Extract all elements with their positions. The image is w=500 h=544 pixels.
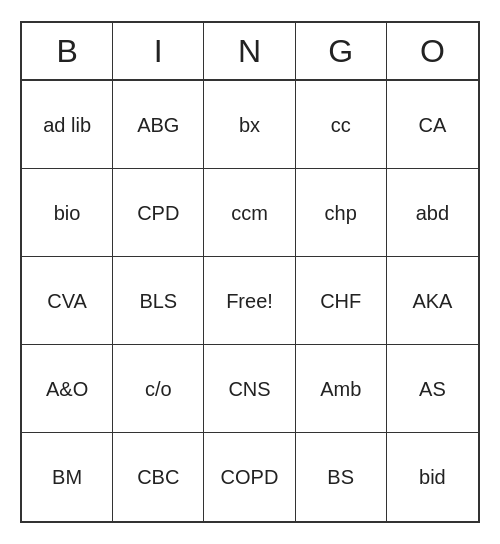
bingo-cell-11: BLS	[113, 257, 204, 345]
bingo-cell-2: bx	[204, 81, 295, 169]
bingo-grid: ad libABGbxccCAbioCPDccmchpabdCVABLSFree…	[22, 81, 478, 521]
bingo-card: BINGO ad libABGbxccCAbioCPDccmchpabdCVAB…	[20, 21, 480, 523]
bingo-cell-19: AS	[387, 345, 478, 433]
bingo-cell-17: CNS	[204, 345, 295, 433]
bingo-cell-12: Free!	[204, 257, 295, 345]
bingo-cell-9: abd	[387, 169, 478, 257]
bingo-cell-24: bid	[387, 433, 478, 521]
header-letter-i: I	[113, 23, 204, 79]
bingo-cell-0: ad lib	[22, 81, 113, 169]
bingo-cell-21: CBC	[113, 433, 204, 521]
bingo-cell-13: CHF	[296, 257, 387, 345]
header-letter-b: B	[22, 23, 113, 79]
bingo-cell-18: Amb	[296, 345, 387, 433]
bingo-cell-3: cc	[296, 81, 387, 169]
bingo-cell-7: ccm	[204, 169, 295, 257]
bingo-cell-4: CA	[387, 81, 478, 169]
header-letter-o: O	[387, 23, 478, 79]
bingo-cell-23: BS	[296, 433, 387, 521]
bingo-cell-16: c/o	[113, 345, 204, 433]
bingo-cell-22: COPD	[204, 433, 295, 521]
bingo-cell-5: bio	[22, 169, 113, 257]
bingo-cell-1: ABG	[113, 81, 204, 169]
bingo-cell-10: CVA	[22, 257, 113, 345]
bingo-cell-20: BM	[22, 433, 113, 521]
header-letter-n: N	[204, 23, 295, 79]
bingo-header: BINGO	[22, 23, 478, 81]
bingo-cell-14: AKA	[387, 257, 478, 345]
header-letter-g: G	[296, 23, 387, 79]
bingo-cell-6: CPD	[113, 169, 204, 257]
bingo-cell-15: A&O	[22, 345, 113, 433]
bingo-cell-8: chp	[296, 169, 387, 257]
